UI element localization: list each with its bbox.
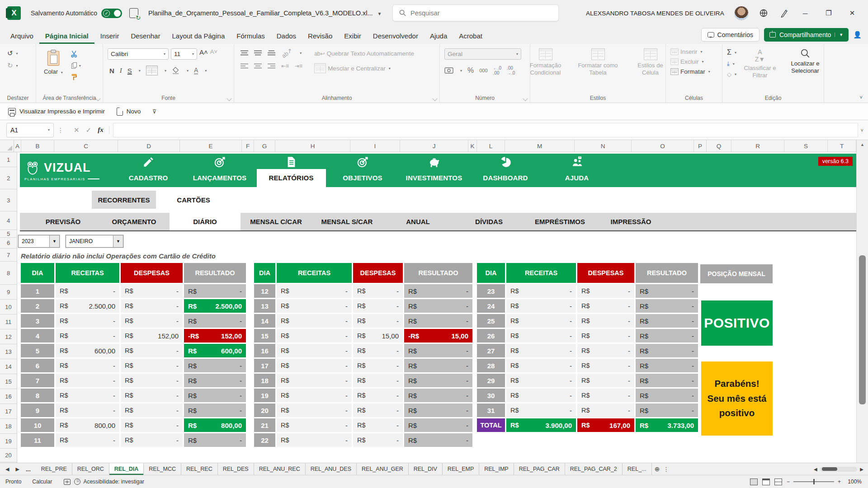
day-cell[interactable]: 12 xyxy=(254,284,275,298)
align-center-icon[interactable] xyxy=(254,63,262,69)
money-cell[interactable]: R$- xyxy=(277,359,352,372)
result-cell[interactable]: R$- xyxy=(636,329,698,343)
result-cell[interactable]: R$600,00 xyxy=(184,344,246,357)
sort-filter-button[interactable]: AZ▼ Classificar e Filtrar xyxy=(739,47,781,80)
money-cell[interactable]: R$- xyxy=(353,418,403,432)
column-header-I[interactable]: I xyxy=(350,140,400,152)
month-dropdown[interactable]: JANEIRO▼ xyxy=(66,235,123,248)
ribbon-tab-arquivo[interactable]: Arquivo xyxy=(5,28,39,44)
money-cell[interactable]: R$167,00 xyxy=(577,418,634,432)
money-cell[interactable]: R$- xyxy=(277,374,352,387)
row-header-7[interactable]: 7 xyxy=(0,249,17,262)
money-cell[interactable]: R$- xyxy=(277,284,352,298)
autosave-toggle[interactable]: ✓ xyxy=(101,9,122,18)
day-cell[interactable]: 28 xyxy=(477,359,505,372)
sheet-tab-rel-anu-ger[interactable]: REL_ANU_GER xyxy=(357,463,409,475)
align-bottom-icon[interactable] xyxy=(268,50,275,56)
select-all-corner[interactable] xyxy=(0,140,14,152)
day-cell[interactable]: 29 xyxy=(477,374,505,387)
column-header-resultado[interactable]: RESULTADO xyxy=(184,263,246,283)
decrease-decimal-button[interactable]: .00→.0 xyxy=(507,66,515,75)
scroll-up-icon[interactable]: ▲ xyxy=(857,140,868,149)
day-cell[interactable]: 2 xyxy=(21,299,54,313)
row-header-8[interactable]: 8 xyxy=(0,262,17,285)
result-cell[interactable]: R$- xyxy=(404,299,472,313)
column-header-receitas[interactable]: RECEITAS xyxy=(56,263,119,283)
hscroll-right-icon[interactable]: ▶ xyxy=(860,467,863,472)
column-header-O[interactable]: O xyxy=(632,140,694,152)
money-cell[interactable]: R$- xyxy=(277,314,352,328)
subtab-mensal-c-car[interactable]: MENSAL C/CAR xyxy=(241,213,311,230)
align-middle-icon[interactable] xyxy=(254,50,262,56)
nav-item-cadastro[interactable]: CADASTRO xyxy=(113,154,184,187)
row-header-14[interactable]: 14 xyxy=(0,359,17,374)
align-left-icon[interactable] xyxy=(241,63,248,69)
result-cell[interactable]: R$- xyxy=(404,404,472,417)
autosum-button[interactable]: Σ▾ xyxy=(727,48,736,56)
subtab-d-vidas[interactable]: DÍVIDAS xyxy=(453,213,524,230)
column-header-resultado[interactable]: RESULTADO xyxy=(636,263,698,283)
money-cell[interactable]: R$- xyxy=(506,329,576,343)
sheet-tab-rel-emp[interactable]: REL_EMP xyxy=(443,463,479,475)
column-header-Q[interactable]: Q xyxy=(707,140,731,152)
subtab-di-rio[interactable]: DIÁRIO xyxy=(170,213,241,230)
align-top-icon[interactable] xyxy=(241,50,248,56)
day-cell[interactable]: 3 xyxy=(21,314,54,328)
sheet-tab-rel-rec[interactable]: REL_REC xyxy=(181,463,218,475)
money-cell[interactable]: R$- xyxy=(277,433,352,447)
result-cell[interactable]: R$- xyxy=(636,404,698,417)
result-cell[interactable]: R$- xyxy=(184,389,246,402)
ribbon-tab-p-gina-inicial[interactable]: Página Inicial xyxy=(39,28,94,44)
insert-cells-button[interactable]: Inserir▾ xyxy=(670,48,710,55)
subtab-empr-stimos[interactable]: EMPRÉSTIMOS xyxy=(524,213,595,230)
accounting-format-icon[interactable] xyxy=(444,67,453,74)
column-header-S[interactable]: S xyxy=(784,140,828,152)
result-cell[interactable]: R$- xyxy=(636,284,698,298)
day-cell[interactable]: 10 xyxy=(21,418,54,432)
column-header-G[interactable]: G xyxy=(254,140,275,152)
sheet-tab-rel-pre[interactable]: REL_PRE xyxy=(36,463,72,475)
row-header-16[interactable]: 16 xyxy=(0,389,17,404)
increase-indent-button[interactable]: ⇥≡ xyxy=(295,63,302,69)
column-header-T[interactable]: T xyxy=(828,140,856,152)
tab-recorrentes[interactable]: RECORRENTES xyxy=(92,191,156,209)
ribbon-tab-revis-o[interactable]: Revisão xyxy=(302,28,338,44)
result-cell[interactable]: R$- xyxy=(404,418,472,432)
ribbon-tab-layout-da-p-gina[interactable]: Layout da Página xyxy=(166,28,231,44)
money-cell[interactable]: R$- xyxy=(277,418,352,432)
clear-button[interactable]: ◇▾ xyxy=(727,71,736,78)
ribbon-tab-inserir[interactable]: Inserir xyxy=(94,28,125,44)
new-document-button[interactable]: Novo xyxy=(117,108,141,116)
nav-item-relat-rios[interactable]: RELATÓRIOS xyxy=(255,154,327,187)
day-cell[interactable]: 16 xyxy=(254,344,275,357)
column-header-despesas[interactable]: DESPESAS xyxy=(121,263,183,283)
subtab-impress-o[interactable]: IMPRESSÃO xyxy=(595,213,666,230)
result-cell[interactable]: R$- xyxy=(184,284,246,298)
nav-item-ajuda[interactable]: ?AJUDA xyxy=(541,154,613,187)
row-header-2[interactable]: 2 xyxy=(0,167,17,189)
merge-center-button[interactable]: Mesclar e Centralizar▾ xyxy=(314,63,414,73)
money-cell[interactable]: R$- xyxy=(121,389,183,402)
person-add-icon[interactable]: 👤 xyxy=(853,31,862,39)
horizontal-scrollbar[interactable]: ◀ ▶ xyxy=(814,463,868,475)
normal-view-icon[interactable] xyxy=(750,479,758,485)
money-cell[interactable]: R$- xyxy=(506,344,576,357)
name-box[interactable]: A1▾ xyxy=(6,123,54,137)
money-cell[interactable]: R$- xyxy=(277,344,352,357)
money-cell[interactable]: R$- xyxy=(577,344,634,357)
search-box[interactable] xyxy=(392,5,559,21)
day-cell[interactable]: 1 xyxy=(21,284,54,298)
ribbon-tab-desenhar[interactable]: Desenhar xyxy=(125,28,166,44)
column-header-dia[interactable]: DIA xyxy=(21,263,54,283)
zoom-in-icon[interactable]: + xyxy=(838,479,841,485)
sheet-tab-rel-imp[interactable]: REL_IMP xyxy=(479,463,514,475)
conditional-formatting-button[interactable]: Formatação Condicional xyxy=(521,47,570,78)
column-header-dia[interactable]: DIA xyxy=(254,263,275,283)
money-cell[interactable]: R$- xyxy=(506,359,576,372)
money-cell[interactable]: R$- xyxy=(353,374,403,387)
font-color-button[interactable]: A xyxy=(194,67,198,75)
result-cell[interactable]: R$- xyxy=(404,389,472,402)
percent-style-button[interactable]: % xyxy=(467,66,474,75)
day-cell[interactable]: 22 xyxy=(254,433,275,447)
format-painter-icon[interactable] xyxy=(71,73,78,81)
